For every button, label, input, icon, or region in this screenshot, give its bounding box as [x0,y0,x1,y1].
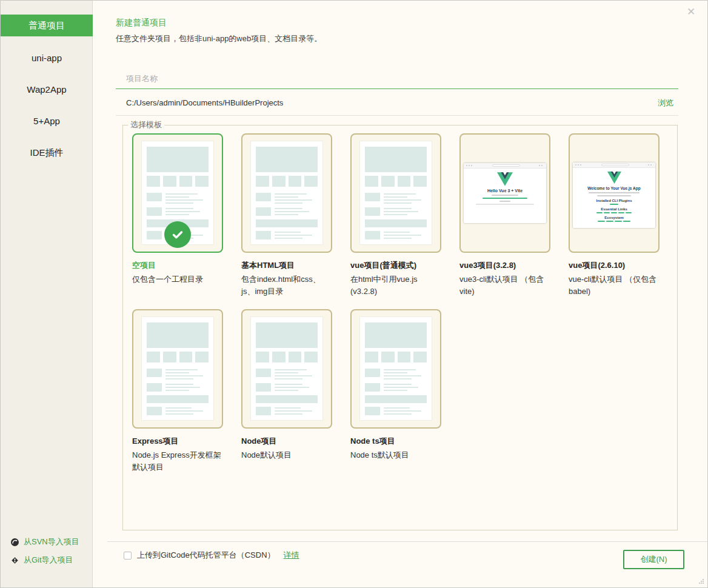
template-card-basic-html[interactable]: 基本HTML项目 包含index.html和css、js、img目录 [241,133,332,309]
vue2-thumbnail: Welcome to Your Vue.js App Installed CLI… [573,162,655,228]
main-panel: ✕ 新建普通项目 任意文件夹项目，包括非uni-app的web项目、文档目录等。… [93,1,708,587]
template-grid: 空项目 仅包含一个工程目录 基本HTML项目 包含index.html和 [132,133,660,473]
doc-thumbnail [250,316,323,421]
vue-logo-icon [607,172,621,184]
doc-thumbnail [359,141,432,245]
upload-option-row: 上传到GitCode代码托管平台（CSDN） 详情 [124,550,299,561]
git-icon [11,556,19,564]
template-title: Node项目 [241,436,332,447]
template-desc: Node默认项目 [241,449,332,461]
thumb-section: Ecosystem [573,216,655,219]
import-from-svn-link[interactable]: 从SVN导入项目 [11,536,79,547]
template-desc: 包含index.html和css、js、img目录 [241,273,332,298]
doc-thumbnail [141,316,214,421]
project-path-value[interactable]: C:/Users/admin/Documents/HBuilderProject… [126,90,283,116]
sidebar: 普通项目 uni-app Wap2App 5+App IDE插件 从SVN导入项… [1,1,93,587]
template-desc: vue3-cli默认项目 （包含vite) [459,273,550,298]
template-legend: 选择模板 [128,119,164,130]
sidebar-item-wap2app[interactable]: Wap2App [1,84,93,95]
template-card-node[interactable]: Node项目 Node默认项目 [241,309,332,473]
template-title: vue项目(普通模式) [350,260,441,271]
new-project-dialog: 普通项目 uni-app Wap2App 5+App IDE插件 从SVN导入项… [0,0,708,588]
template-title: vue3项目(3.2.8) [459,260,550,271]
page-subtitle: 任意文件夹项目，包括非uni-app的web项目、文档目录等。 [116,33,322,44]
thumb-section: Essential Links [573,207,655,211]
thumb-section: Installed CLI Plugins [573,199,655,202]
template-card-vue3[interactable]: Hello Vue 3 + Vite vue3项目(3.2.8) vue3-cl… [459,133,550,309]
sidebar-item-uni-app[interactable]: uni-app [1,53,93,63]
template-card-vue-normal[interactable]: vue项目(普通模式) 在html中引用vue.js (v3.2.8) [350,133,441,309]
project-path-row: C:/Users/admin/Documents/HBuilderProject… [116,90,678,116]
template-title: 基本HTML项目 [241,260,332,271]
footer-divider [107,541,708,542]
template-title: vue项目(2.6.10) [569,260,660,271]
template-card-express[interactable]: Express项目 Node.js Express开发框架默认项目 [132,309,223,473]
template-desc: vue-cli默认项目 （仅包含babel) [569,273,660,298]
import-svn-label: 从SVN导入项目 [24,536,79,547]
template-desc: 在html中引用vue.js (v3.2.8) [350,273,441,298]
template-title: 空项目 [132,260,223,271]
vue3-thumbnail: Hello Vue 3 + Vite [464,163,546,223]
template-desc: Node.js Express开发框架默认项目 [132,449,223,473]
resize-grip-icon[interactable] [699,579,706,586]
project-name-input[interactable] [116,68,678,89]
thumb-heading: Hello Vue 3 + Vite [464,189,546,193]
import-git-label: 从Git导入项目 [24,555,73,566]
doc-thumbnail [250,141,323,245]
thumb-heading: Welcome to Your Vue.js App [573,186,655,190]
template-desc: 仅包含一个工程目录 [132,273,223,286]
page-title: 新建普通项目 [116,18,167,28]
template-card-vue2[interactable]: Welcome to Your Vue.js App Installed CLI… [569,133,660,309]
template-card-empty[interactable]: 空项目 仅包含一个工程目录 [132,133,223,309]
upload-checkbox[interactable] [124,552,132,560]
template-card-node-ts[interactable]: Node ts项目 Node ts默认项目 [350,309,441,473]
sidebar-item-5plusapp[interactable]: 5+App [1,116,93,126]
create-button[interactable]: 创建(N) [623,550,684,569]
template-title: Express项目 [132,436,223,447]
sidebar-item-ide-plugin[interactable]: IDE插件 [1,147,93,159]
selected-check-icon [164,221,191,248]
svn-icon [11,538,19,546]
sidebar-item-normal-project[interactable]: 普通项目 [1,15,93,36]
upload-label: 上传到GitCode代码托管平台（CSDN） [137,550,275,561]
template-desc: Node ts默认项目 [350,449,441,461]
browse-button[interactable]: 浏览 [658,90,673,116]
template-title: Node ts项目 [350,436,441,447]
doc-thumbnail [359,316,432,421]
import-from-git-link[interactable]: 从Git导入项目 [11,555,73,566]
details-link[interactable]: 详情 [284,550,299,561]
vue-logo-icon [497,172,513,186]
close-icon[interactable]: ✕ [684,5,698,19]
